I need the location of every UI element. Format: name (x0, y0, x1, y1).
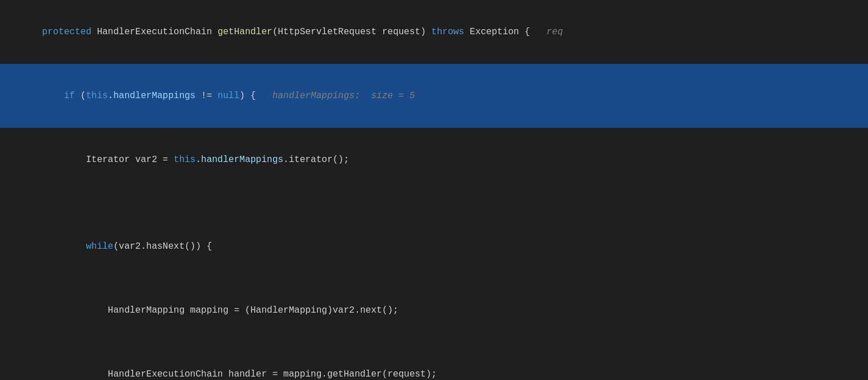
code-line-4: while(var2.hasNext()) { (0, 215, 868, 278)
code-line-1: if (this.handlerMappings != null) { hand… (0, 64, 868, 128)
token-iter-indent: Iterator var2 = (42, 155, 174, 165)
token-brace1: ) { (239, 91, 272, 101)
token-throws: throws (431, 27, 464, 37)
code-view: protected HandlerExecutionChain getHandl… (0, 0, 868, 380)
token-hint0: req (530, 27, 563, 37)
token-this1: this (86, 91, 107, 101)
code-line-2: Iterator var2 = this.handlerMappings.ite… (0, 128, 868, 192)
token-if-indent (42, 91, 64, 101)
token-neq: != (195, 91, 217, 101)
token-dot2: . (195, 155, 201, 165)
token-protected: protected (42, 27, 91, 37)
token-null1: null (218, 91, 239, 101)
token-hint1: handlerMappings: size = 5 (272, 91, 415, 101)
token-while-body: (var2.hasNext()) { (113, 241, 212, 252)
token-paren: ( (75, 91, 86, 101)
token-while-indent (42, 241, 86, 252)
token-mapping: HandlerMapping mapping = (HandlerMapping… (42, 305, 399, 316)
token-space1: HandlerExecutionChain (91, 27, 218, 37)
token-while: while (86, 241, 113, 252)
code-line-6: HandlerExecutionChain handler = mapping.… (0, 342, 868, 380)
code-line-3 (0, 192, 868, 215)
token-field1: handlerMappings (113, 91, 195, 101)
token-iterator: .iterator(); (283, 155, 349, 165)
token-this2: this (174, 155, 195, 165)
token-field2: handlerMappings (201, 155, 283, 165)
code-line-0: protected HandlerExecutionChain getHandl… (0, 0, 868, 64)
token-exception: Exception { (464, 27, 530, 37)
token-params: (HttpServletRequest request) (272, 27, 431, 37)
code-line-5: HandlerMapping mapping = (HandlerMapping… (0, 278, 868, 342)
token-if: if (64, 91, 75, 101)
token-handler: HandlerExecutionChain handler = mapping.… (42, 369, 437, 379)
token-dot1: . (108, 91, 114, 101)
token-method: getHandler (218, 27, 272, 37)
